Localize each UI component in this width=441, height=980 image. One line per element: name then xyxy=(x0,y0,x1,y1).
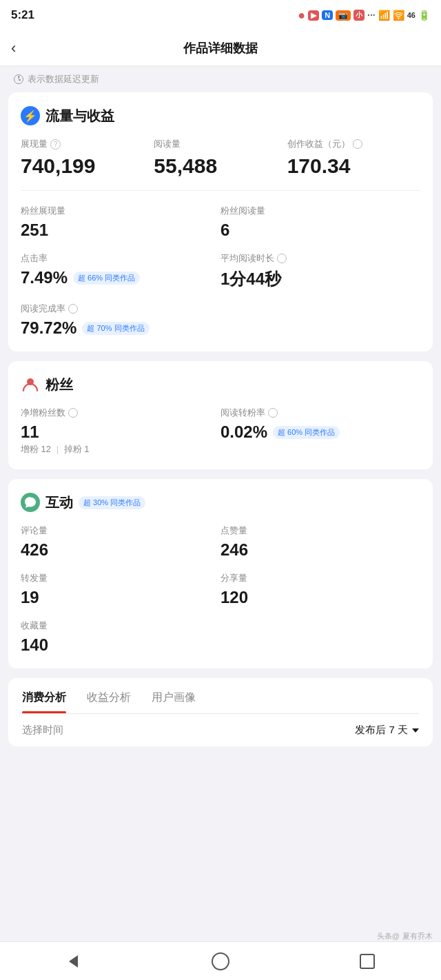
fans-card: 粉丝 净增粉丝数 11 增粉 12 | 掉粉 1 阅读转粉率 0.02% 超 6… xyxy=(8,361,433,469)
fans-title: 粉丝 xyxy=(45,376,73,394)
recent-square-icon xyxy=(360,954,375,969)
delay-text: 表示数据延迟更新 xyxy=(28,73,99,85)
earnings-label: 创作收益（元） xyxy=(287,138,420,150)
app-icon-4: 小 xyxy=(353,10,365,21)
nav-home-button[interactable] xyxy=(209,950,232,972)
likes-stat: 点赞量 246 xyxy=(220,524,420,560)
interact-card: 互动 超 30% 同类作品 评论量 426 点赞量 246 转发量 19 分享量… xyxy=(8,479,433,668)
likes-label: 点赞量 xyxy=(220,524,420,537)
nav-back-triangle-button[interactable] xyxy=(63,950,85,972)
bottom-watermark: 头条@ 夏有乔木 xyxy=(377,931,433,941)
back-button[interactable]: ‹ xyxy=(11,39,16,57)
reads-value: 55,488 xyxy=(154,154,287,178)
fans-impressions-stat: 粉丝展现量 251 xyxy=(21,205,220,240)
interact-badge: 超 30% 同类作品 xyxy=(79,496,145,509)
comments-stat: 评论量 426 xyxy=(21,524,220,560)
read-completion-clock-icon[interactable] xyxy=(68,304,78,314)
avg-read-time-value: 1分44秒 xyxy=(220,268,420,290)
shares-label: 分享量 xyxy=(220,572,420,584)
favorites-stat: 收藏量 140 xyxy=(21,620,220,655)
clock-icon xyxy=(14,74,23,84)
earnings-stat: 创作收益（元） 170.34 xyxy=(287,138,420,178)
status-time: 5:21 xyxy=(11,8,34,22)
avg-read-time-label: 平均阅读时长 xyxy=(220,252,420,265)
flow-card: ⚡ 流量与收益 展现量 ? 740,199 阅读量 55,488 创作收益（元）… xyxy=(8,92,433,351)
ctr-badge: 超 66% 同类作品 xyxy=(73,272,140,285)
reposts-label: 转发量 xyxy=(21,572,220,584)
avg-read-time-clock-icon[interactable] xyxy=(277,254,287,263)
shares-value: 120 xyxy=(220,588,420,607)
shares-stat: 分享量 120 xyxy=(220,572,420,607)
reposts-stat: 转发量 19 xyxy=(21,572,220,607)
impressions-help-icon[interactable]: ? xyxy=(50,139,61,150)
page-title: 作品详细数据 xyxy=(183,40,258,57)
nav-recent-button[interactable] xyxy=(356,950,378,972)
ctr-stat: 点击率 7.49% 超 66% 同类作品 xyxy=(21,252,220,290)
fans-impressions-label: 粉丝展现量 xyxy=(21,205,220,217)
reads-label: 阅读量 xyxy=(154,138,287,150)
impressions-value: 740,199 xyxy=(21,154,154,178)
tabs-row: 消费分析 收益分析 用户画像 xyxy=(22,678,419,714)
ctr-label: 点击率 xyxy=(21,252,220,265)
battery-icon: 🔋 xyxy=(418,10,430,21)
signal-icon: 📶 xyxy=(378,10,390,21)
conversion-rate-clock-icon[interactable] xyxy=(268,408,278,418)
fans-icon xyxy=(21,375,40,394)
tabs-section: 消费分析 收益分析 用户画像 xyxy=(8,678,433,714)
interact-title: 互动 xyxy=(45,493,73,512)
impressions-label: 展现量 ? xyxy=(21,138,154,150)
secondary-stats: 粉丝展现量 251 粉丝阅读量 6 点击率 7.49% 超 66% 同类作品 平… xyxy=(21,205,420,338)
dot-icon: ● xyxy=(298,8,305,23)
fans-reads-label: 粉丝阅读量 xyxy=(220,205,420,217)
net-gain-value: 11 xyxy=(21,422,220,442)
home-circle-icon xyxy=(212,952,229,970)
delay-notice: 表示数据延迟更新 xyxy=(0,66,441,92)
comments-value: 426 xyxy=(21,540,220,560)
fans-stats: 净增粉丝数 11 增粉 12 | 掉粉 1 阅读转粉率 0.02% 超 60% … xyxy=(21,407,420,456)
app-icon-3: 📷 xyxy=(336,10,351,21)
app-icon-2: N xyxy=(322,10,333,20)
top-stats-row: 展现量 ? 740,199 阅读量 55,488 创作收益（元） 170.34 xyxy=(21,138,420,191)
time-selector-value[interactable]: 发布后 7 天 xyxy=(355,724,419,737)
read-completion-value: 79.72% 超 70% 同类作品 xyxy=(21,318,420,338)
reposts-value: 19 xyxy=(21,588,220,607)
read-completion-stat: 阅读完成率 79.72% 超 70% 同类作品 xyxy=(21,303,420,338)
status-bar: 5:21 ● ▶ N 📷 小 ··· 📶 🛜 46 🔋 xyxy=(0,0,441,30)
back-triangle-icon xyxy=(69,955,78,968)
fans-reads-value: 6 xyxy=(220,221,420,240)
read-completion-label: 阅读完成率 xyxy=(21,303,420,315)
read-completion-badge: 超 70% 同类作品 xyxy=(82,322,149,335)
interact-section-header: 互动 超 30% 同类作品 xyxy=(21,493,420,512)
app-icon-1: ▶ xyxy=(308,10,319,21)
tab-user-portrait[interactable]: 用户画像 xyxy=(152,682,196,713)
ctr-value: 7.49% 超 66% 同类作品 xyxy=(21,268,220,287)
flow-title: 流量与收益 xyxy=(45,107,114,125)
fans-section-header: 粉丝 xyxy=(21,375,420,394)
tab-revenue[interactable]: 收益分析 xyxy=(87,682,131,713)
nav-bar: ‹ 作品详细数据 xyxy=(0,30,441,66)
conversion-rate-stat: 阅读转粉率 0.02% 超 60% 同类作品 xyxy=(220,407,420,456)
net-gain-label: 净增粉丝数 xyxy=(21,407,220,419)
flow-section-header: ⚡ 流量与收益 xyxy=(21,106,420,125)
flow-icon: ⚡ xyxy=(21,106,40,125)
network-4g-icon: 46 xyxy=(407,11,416,19)
time-selector-row: 选择时间 发布后 7 天 xyxy=(8,714,433,746)
conversion-rate-label: 阅读转粉率 xyxy=(220,407,420,419)
time-selector-label: 选择时间 xyxy=(22,724,63,737)
favorites-label: 收藏量 xyxy=(21,620,220,632)
chevron-down-icon xyxy=(412,728,419,733)
net-gain-stat: 净增粉丝数 11 增粉 12 | 掉粉 1 xyxy=(21,407,220,456)
reads-stat: 阅读量 55,488 xyxy=(154,138,287,178)
bottom-nav xyxy=(0,941,441,980)
fans-reads-stat: 粉丝阅读量 6 xyxy=(220,205,420,240)
tab-consumption[interactable]: 消费分析 xyxy=(22,682,66,713)
wifi-icon: 🛜 xyxy=(393,10,404,21)
interact-icon xyxy=(21,493,40,512)
fans-gain-detail: 增粉 12 | 掉粉 1 xyxy=(21,443,220,456)
fans-impressions-value: 251 xyxy=(21,221,220,240)
net-gain-clock-icon[interactable] xyxy=(68,408,78,418)
earnings-clock-icon[interactable] xyxy=(353,139,362,149)
conversion-rate-value: 0.02% 超 60% 同类作品 xyxy=(220,422,420,442)
conversion-rate-badge: 超 60% 同类作品 xyxy=(273,426,340,439)
earnings-value: 170.34 xyxy=(287,154,420,178)
